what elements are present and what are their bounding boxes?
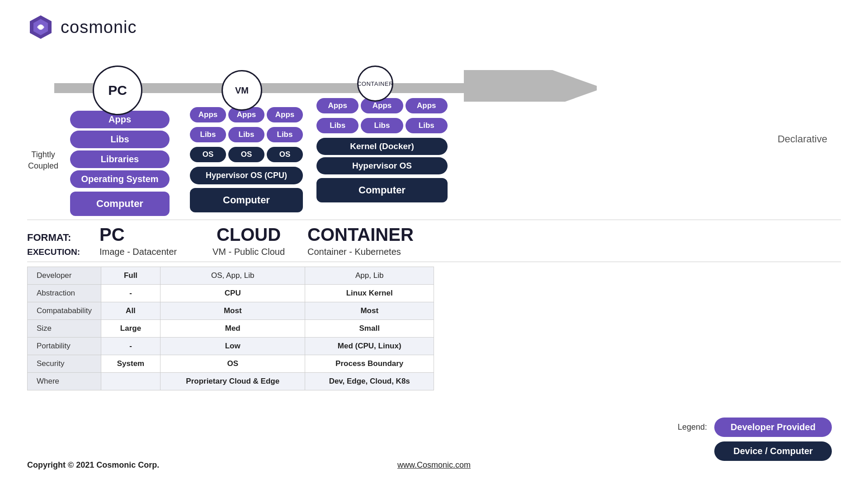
container-libs-row: Libs Libs Libs [316,118,448,136]
row-label-developer: Developer [28,267,101,285]
row-container-abstraction: Linux Kernel [305,285,434,302]
cosmonic-logo-icon [27,14,54,41]
table-row: Compatabability All Most Most [28,302,434,320]
vm-os-1: OS [190,147,226,162]
row-cloud-abstraction: CPU [160,285,305,302]
row-pc-size: Large [101,320,160,338]
legend-label: Legend: [678,422,707,432]
row-cloud-security: OS [160,355,305,373]
container-hypervisor: Hypervisor OS [316,157,448,174]
cont-lib-1: Libs [316,118,359,133]
logo-area: cosmonic [27,14,137,41]
svg-point-2 [39,25,42,29]
execution-label: EXECUTION: [27,247,99,257]
vm-lib-2: Libs [228,127,264,142]
table-row: Developer Full OS, App, Lib App, Lib [28,267,434,285]
container-column: CONTAINER Apps Apps Apps Libs Libs Libs … [316,66,448,202]
row-label-abstraction: Abstraction [28,285,101,302]
row-pc-developer: Full [101,267,160,285]
row-container-where: Dev, Edge, Cloud, K8s [305,373,434,390]
row-label-portability: Portability [28,338,101,355]
container-computer: Computer [316,178,448,202]
table-row: Portability - Low Med (CPU, Linux) [28,338,434,355]
vm-lib-3: Libs [267,127,303,142]
row-pc-security: System [101,355,160,373]
exec-container: Container - Kubernetes [307,247,401,257]
row-container-security: Process Boundary [305,355,434,373]
pc-os: Operating System [70,170,170,188]
container-kernel: Kernel (Docker) [316,138,448,155]
table-row: Security System OS Process Boundary [28,355,434,373]
vm-circle: VM [222,70,262,111]
vm-os-3: OS [267,147,303,162]
vm-computer: Computer [190,188,303,212]
vm-hypervisor: Hypervisor OS (CPU) [190,167,303,184]
format-container: CONTAINER [307,225,414,245]
legend-row-device: Legend: Device / Computer [678,441,832,461]
row-pc-portability: - [101,338,160,355]
cont-lib-2: Libs [361,118,403,133]
legend-device-computer: Device / Computer [714,441,832,461]
vm-os-2: OS [228,147,264,162]
pc-libraries: Libraries [70,150,170,168]
row-cloud-size: Med [160,320,305,338]
vm-column: VM Apps Apps Apps Libs Libs Libs OS OS O… [190,70,303,212]
cont-app-2: Apps [361,98,403,113]
container-apps-row: Apps Apps Apps [316,98,448,116]
row-container-size: Small [305,320,434,338]
pc-computer: Computer [70,192,170,216]
format-label: FORMAT: [27,232,99,244]
logo-text: cosmonic [61,18,137,37]
row-pc-where [101,373,160,390]
row-label-security: Security [28,355,101,373]
exec-cloud: VM - Public Cloud [190,247,307,257]
execution-row: EXECUTION: Image - Datacenter VM - Publi… [27,247,841,257]
cont-app-3: Apps [406,98,448,113]
row-container-developer: App, Lib [305,267,434,285]
vm-lib-1: Libs [190,127,226,142]
format-row: FORMAT: PC CLOUD CONTAINER [27,225,841,245]
table-row: Size Large Med Small [28,320,434,338]
row-label-compat: Compatabability [28,302,101,320]
row-container-portability: Med (CPU, Linux) [305,338,434,355]
row-cloud-where: Proprietary Cloud & Edge [160,373,305,390]
cont-lib-3: Libs [406,118,448,133]
row-container-compat: Most [305,302,434,320]
row-pc-abstraction: - [101,285,160,302]
row-cloud-compat: Most [160,302,305,320]
vm-os-row: OS OS OS [190,147,303,164]
format-section: FORMAT: PC CLOUD CONTAINER EXECUTION: Im… [27,217,841,265]
row-label-where: Where [28,373,101,390]
cont-app-1: Apps [316,98,359,113]
vm-app-1: Apps [190,107,226,122]
footer-website: www.Cosmonic.com [397,460,471,470]
legend-area: Legend: Developer Provided Legend: Devic… [678,418,832,461]
tightly-coupled-label: Tightly Coupled [28,149,58,172]
row-label-size: Size [28,320,101,338]
row-pc-compat: All [101,302,160,320]
vm-libs-row: Libs Libs Libs [190,127,303,145]
declarative-label: Declarative [778,133,827,145]
exec-pc: Image - Datacenter [99,247,190,257]
format-pc: PC [99,225,190,245]
comparison-table: Developer Full OS, App, Lib App, Lib Abs… [27,267,434,390]
table-row: Where Proprietary Cloud & Edge Dev, Edge… [28,373,434,390]
format-cloud: CLOUD [190,225,307,245]
pc-libs: Libs [70,131,170,148]
table-row: Abstraction - CPU Linux Kernel [28,285,434,302]
legend-developer-provided: Developer Provided [714,418,832,437]
vm-app-3: Apps [267,107,303,122]
legend-row-developer: Legend: Developer Provided [678,418,832,437]
container-circle: CONTAINER [357,66,393,102]
row-cloud-developer: OS, App, Lib [160,267,305,285]
pc-circle: PC [93,66,142,115]
row-cloud-portability: Low [160,338,305,355]
footer-copyright: Copyright © 2021 Cosmonic Corp. [27,460,159,470]
pc-column: PC Apps Libs Libraries Operating System … [70,66,170,216]
